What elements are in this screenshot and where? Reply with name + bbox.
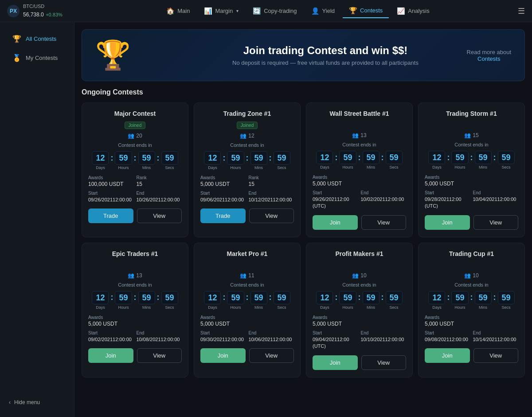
participants: 👥 11 [200,272,294,279]
mins-block: 59 Mins [138,151,155,170]
main-content: 🏆 Join trading Contest and win $$! No de… [74,22,532,417]
secs-label: Secs [502,165,511,169]
participants-count: 20 [136,133,142,139]
awards-item: Awards 5,000 USDT [200,315,246,327]
view-button[interactable]: View [361,355,407,370]
chevron-down-icon: ▾ [236,8,239,13]
card-dates: Start 09/28/202112:00 (UTC) End 10/04/20… [425,190,518,210]
join-button[interactable]: Join [313,355,358,370]
mins-label: Mins [367,305,375,310]
countdown: 12 Days : 59 Hours : 59 Mins : 59 Secs [88,151,182,170]
participants-count: 15 [473,132,478,138]
nav-items: 🏠 Main 📊 Margin ▾ 🔄 Copy-trading 👤 Yield… [78,4,518,18]
secs-block: 59 Secs [498,151,515,169]
mins-label: Mins [142,165,151,170]
nav-item-yield[interactable]: 👤 Yield [305,4,341,18]
participants-icon: 👥 [240,272,246,279]
participants-count: 10 [473,272,478,279]
awards-item: Awards 5,000 USDT [88,315,134,327]
secs-value: 59 [161,291,178,304]
analysis-icon: 📈 [397,7,405,15]
ends-in-label: Contest ends in [313,282,406,287]
awards-item: Awards 5,000 USDT [313,175,358,187]
trade-button[interactable]: Trade [200,208,246,223]
sidebar-item-all-contests[interactable]: 🏆 All Contests [4,30,70,47]
my-contests-icon: 🏅 [12,54,21,62]
hours-block: 59 Hours [115,151,132,170]
nav-item-margin[interactable]: 📊 Margin ▾ [198,4,245,18]
mins-block: 59 Mins [250,151,267,170]
card-info: Awards 5,000 USDT [88,315,182,327]
contest-title: Major Contest [88,110,182,117]
separator-3: : [157,153,160,163]
joined-badge: Joined [125,122,145,129]
ends-in-label: Contest ends in [88,282,182,287]
hours-block: 59 Hours [227,151,244,170]
card-actions: Trade View [200,208,294,223]
contest-banner: 🏆 Join trading Contest and win $$! No de… [82,29,525,81]
nav-item-main[interactable]: 🏠 Main [160,4,196,18]
days-value: 12 [92,151,109,165]
trade-button[interactable]: Trade [88,208,133,223]
view-button[interactable]: View [137,208,182,223]
mins-block: 59 Mins [138,291,155,310]
countdown: 12 Days : 59 Hours : 59 Mins : 59 Secs [425,151,518,169]
days-value: 12 [428,151,445,164]
end-date: End 10/02/202112:00:00 [361,190,407,210]
sidebar-item-my-contests[interactable]: 🏅 My Contests [4,49,70,67]
nav-item-copy-trading[interactable]: 🔄 Copy-trading [246,4,303,18]
nav-item-analysis[interactable]: 📈 Analysis [391,4,435,18]
days-value: 12 [428,291,445,304]
countdown: 12 Days : 59 Hours : 59 Mins : 59 Secs [425,291,518,310]
view-button[interactable]: View [473,348,519,363]
view-button[interactable]: View [249,208,294,223]
hours-block: 59 Hours [115,291,132,310]
hide-menu-button[interactable]: ‹ Hide menu [0,395,74,410]
separator-2: : [134,153,137,163]
days-value: 12 [204,151,221,165]
secs-value: 59 [274,291,290,304]
join-button[interactable]: Join [88,348,133,363]
view-button[interactable]: View [249,348,294,363]
countdown: 12 Days : 59 Hours : 59 Mins : 59 Secs [200,291,294,310]
sidebar-label-my-contests: My Contests [26,55,58,61]
separator-2: : [358,153,361,162]
start-date: Start 09/06/202112:00:00 [200,191,246,203]
view-button[interactable]: View [137,348,182,363]
separator-3: : [381,153,384,162]
end-date: End 10/12/202112:00:00 [249,191,294,203]
separator-2: : [470,153,473,162]
hours-block: 59 Hours [451,291,468,310]
contest-card: Major Contest Joined 👥 20 Contest ends i… [82,102,188,237]
mins-block: 59 Mins [363,291,379,310]
join-button[interactable]: Join [425,348,470,363]
join-button[interactable]: Join [200,348,246,363]
view-button[interactable]: View [473,215,519,230]
join-button[interactable]: Join [313,215,358,230]
participants-count: 11 [248,272,254,279]
hamburger-menu[interactable]: ☰ [518,6,525,16]
nav-label-margin: Margin [215,8,233,14]
chevron-left-icon: ‹ [9,399,11,405]
participants-icon: 👥 [352,132,359,138]
participants-icon: 👥 [128,133,134,139]
end-date: End 10/04/202112:00:00 [473,190,519,210]
card-actions: Join View [200,348,294,363]
mins-label: Mins [142,305,151,310]
nav-label-yield: Yield [322,8,335,14]
start-date: Start 09/04/202112:00 (UTC) [313,330,358,350]
contest-title: Wall Street Battle #1 [313,110,406,117]
trophy-icon: 🏆 [95,39,131,72]
end-date: End 10/26/202112:00:00 [137,191,182,203]
contest-card: Profit Makers #1 👥 10 Contest ends in 12… [306,243,413,378]
view-button[interactable]: View [361,215,407,230]
banner-title: Join trading Contest and win $$! [140,44,511,57]
card-info: Awards 5,000 USDT [200,315,294,327]
nav-item-contests[interactable]: 🏆 Contests [343,4,389,18]
separator-2: : [246,293,249,302]
separator-3: : [157,293,160,302]
join-button[interactable]: Join [425,215,470,230]
card-dates: Start 09/08/202112:00:00 End 10/14/20211… [425,330,518,343]
secs-label: Secs [165,165,174,170]
banner-link-contests[interactable]: Contests [477,55,500,62]
